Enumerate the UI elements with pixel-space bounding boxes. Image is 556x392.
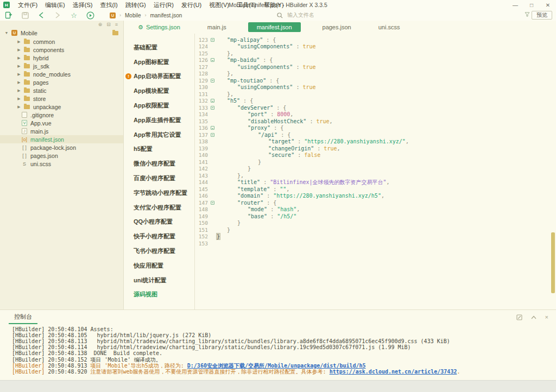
fold-collapse-icon[interactable] xyxy=(211,79,214,83)
fold-column[interactable] xyxy=(208,79,217,83)
tab-uni-scss[interactable]: uni.scss xyxy=(373,22,406,32)
nav-item-app模块配置[interactable]: App模块配置 xyxy=(124,84,194,98)
tree-root-mobile[interactable]: ▼UMobile xyxy=(0,28,123,37)
search-input[interactable]: 输入文件名 xyxy=(277,11,517,20)
menu-item-帮助-y-[interactable]: 帮助(Y) xyxy=(260,1,288,9)
breadcrumb-item-mobile[interactable]: Mobile xyxy=(125,12,141,18)
nav-item-百度小程序配置[interactable]: 百度小程序配置 xyxy=(124,171,194,186)
new-file-button[interactable] xyxy=(4,11,13,20)
fold-column[interactable] xyxy=(208,99,217,103)
fold-collapse-icon[interactable] xyxy=(211,58,214,62)
fold-collapse-icon[interactable] xyxy=(211,126,214,130)
collapse-panel-icon[interactable] xyxy=(531,315,536,319)
nav-item-app常用其它设置[interactable]: App常用其它设置 xyxy=(124,128,194,142)
fold-collapse-icon[interactable] xyxy=(211,201,214,205)
nav-item-app权限配置[interactable]: App权限配置 xyxy=(124,98,194,113)
close-icon[interactable]: ✕ xyxy=(540,0,556,10)
chevron-down-icon[interactable]: ▼ xyxy=(4,31,9,35)
tree-file-uni-scss[interactable]: Suni.scss xyxy=(0,160,123,168)
fold-column[interactable] xyxy=(208,38,217,42)
chevron-right-icon[interactable]: ▶ xyxy=(16,40,22,44)
fold-column[interactable] xyxy=(208,106,217,110)
editor-scrollbar[interactable] xyxy=(551,232,555,293)
fold-column[interactable] xyxy=(208,133,217,137)
nav-item-h5配置[interactable]: h5配置 xyxy=(124,142,194,157)
filter-icon[interactable] xyxy=(525,12,530,17)
fold-collapse-icon[interactable] xyxy=(211,106,214,110)
menu-item-文件-f-[interactable]: 文件(F) xyxy=(14,1,41,9)
fold-collapse-icon[interactable] xyxy=(211,99,214,103)
fold-collapse-icon[interactable] xyxy=(211,133,214,137)
nav-item-app启动界面配置[interactable]: !App启动界面配置 xyxy=(124,69,194,84)
tab-settings-json[interactable]: ⚙Settings.json xyxy=(132,22,186,33)
chevron-right-icon[interactable]: ▶ xyxy=(16,72,22,77)
tree-folder-components[interactable]: ▶components xyxy=(0,46,123,54)
tree-file-package-lock-json[interactable]: [ ]package-lock.json xyxy=(0,143,123,151)
tab-main-js[interactable]: main.js xyxy=(202,22,232,32)
tree-folder-static[interactable]: ▶static xyxy=(0,86,123,94)
fold-collapse-icon[interactable] xyxy=(211,38,214,42)
menu-item-编辑-e-[interactable]: 编辑(E) xyxy=(41,1,69,9)
close-panel-icon[interactable]: × xyxy=(545,314,548,320)
nav-item-qq小程序配置[interactable]: QQ小程序配置 xyxy=(124,215,194,230)
nav-item-源码视图[interactable]: 源码视图 xyxy=(124,288,194,302)
clear-console-icon[interactable] xyxy=(516,314,522,320)
chevron-right-icon[interactable]: ▶ xyxy=(16,105,22,109)
tree-folder-js-sdk[interactable]: ▶js_sdk xyxy=(0,62,123,70)
tree-file--gitignore[interactable]: .gitignore xyxy=(0,111,123,119)
menu-item-查找-i-[interactable]: 查找(I) xyxy=(96,1,121,9)
tab-console[interactable]: 控制台 xyxy=(9,310,37,324)
star-icon[interactable]: ☆ xyxy=(70,11,78,20)
tab-manifest-json[interactable]: manifest.json xyxy=(248,22,301,32)
chevron-right-icon[interactable]: ▶ xyxy=(16,56,22,60)
nav-item-基础配置[interactable]: 基础配置 xyxy=(124,40,194,55)
nav-item-uni统计配置[interactable]: uni统计配置 xyxy=(124,273,194,288)
nav-item-飞书小程序配置[interactable]: 飞书小程序配置 xyxy=(124,244,194,258)
tree-folder-node-modules[interactable]: ▶node_modules xyxy=(0,70,123,78)
tree-file-pages-json[interactable]: [ ]pages.json xyxy=(0,151,123,160)
code-editor[interactable]: 123"mp-alipay" : {124"usingComponents" :… xyxy=(195,34,556,309)
nav-item-支付宝小程序配置[interactable]: 支付宝小程序配置 xyxy=(124,200,194,215)
preview-button[interactable]: 预览 xyxy=(532,11,552,20)
chevron-right-icon[interactable]: ▶ xyxy=(16,64,22,68)
menu-item-工具-t-[interactable]: 工具(T) xyxy=(233,1,260,9)
tree-folder-store[interactable]: ▶store xyxy=(0,94,123,103)
add-icon[interactable]: ⊕ xyxy=(98,22,103,28)
back-icon[interactable] xyxy=(37,11,46,20)
chevron-right-icon[interactable]: ▶ xyxy=(16,88,22,93)
more-menu-icon[interactable]: ≡ xyxy=(115,22,118,28)
maximize-icon[interactable]: □ xyxy=(523,0,540,10)
menu-item-选择-s-[interactable]: 选择(S) xyxy=(69,1,97,9)
tree-file-app-vue[interactable]: VApp.vue xyxy=(0,119,123,127)
save-icon[interactable] xyxy=(21,11,29,20)
tree-folder-common[interactable]: ▶common xyxy=(0,37,123,46)
tree-folder-unpackage[interactable]: ▶unpackage xyxy=(0,103,123,111)
tab-pages-json[interactable]: pages.json xyxy=(317,22,357,32)
chevron-right-icon[interactable]: ▶ xyxy=(16,97,22,101)
menu-item-发行-u-[interactable]: 发行(U) xyxy=(178,1,205,9)
fold-column[interactable] xyxy=(208,126,217,130)
nav-item-app图标配置[interactable]: App图标配置 xyxy=(124,55,194,69)
chevron-right-icon[interactable]: ▶ xyxy=(16,48,22,52)
forward-icon[interactable] xyxy=(53,11,62,20)
collapse-all-icon[interactable]: ⊟ xyxy=(106,22,111,28)
nav-item-快应用配置[interactable]: 快应用配置 xyxy=(124,258,194,273)
chevron-right-icon[interactable]: ▶ xyxy=(16,80,22,85)
menu-item-视图-v-[interactable]: 视图(V) xyxy=(205,1,233,9)
fold-column[interactable] xyxy=(208,58,217,62)
tree-folder-hybrid[interactable]: ▶hybrid xyxy=(0,54,123,62)
nav-item-app原生插件配置[interactable]: App原生插件配置 xyxy=(124,113,194,128)
menu-item-跳转-g-[interactable]: 跳转(G) xyxy=(122,1,150,9)
run-icon[interactable] xyxy=(86,11,94,20)
tree-folder-pages[interactable]: ▶pages xyxy=(0,78,123,86)
nav-item-微信小程序配置[interactable]: 微信小程序配置 xyxy=(124,156,194,171)
log-link[interactable]: https://ask.dcloud.net.cn/article/37432 xyxy=(330,369,457,375)
tree-file-manifest-json[interactable]: [o]manifest.json xyxy=(0,135,123,143)
nav-item-字节跳动小程序配置[interactable]: 字节跳动小程序配置 xyxy=(124,186,194,200)
fold-column[interactable] xyxy=(208,201,217,205)
menu-item-运行-r-[interactable]: 运行(R) xyxy=(150,1,178,9)
minimize-icon[interactable]: — xyxy=(507,0,523,10)
tree-file-main-js[interactable]: Jmain.js xyxy=(0,127,123,135)
breadcrumb-item-manifest-json[interactable]: manifest.json xyxy=(150,12,182,18)
nav-item-快手小程序配置[interactable]: 快手小程序配置 xyxy=(124,229,194,244)
